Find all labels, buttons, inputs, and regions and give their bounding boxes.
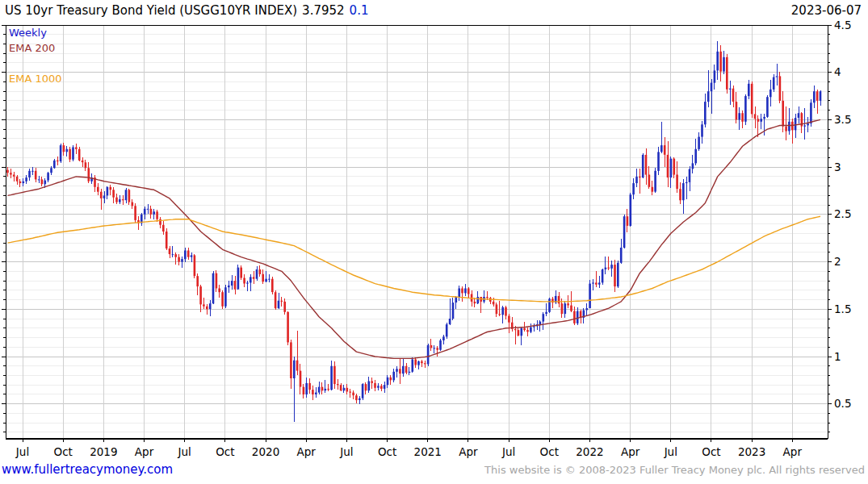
svg-text:2023: 2023 <box>738 445 765 458</box>
svg-text:2021: 2021 <box>414 445 442 458</box>
chart-window: US 10yr Treasury Bond Yield (USGG10YR IN… <box>0 0 868 484</box>
svg-text:Oct: Oct <box>54 445 73 458</box>
svg-text:3: 3 <box>834 161 841 173</box>
svg-text:2.5: 2.5 <box>834 207 851 220</box>
svg-text:Apr: Apr <box>459 445 478 458</box>
svg-text:Jul: Jul <box>178 445 191 458</box>
svg-text:Jul: Jul <box>15 445 29 458</box>
title-bar: US 10yr Treasury Bond Yield (USGG10YR IN… <box>0 0 868 23</box>
svg-text:Apr: Apr <box>621 445 640 458</box>
instrument-name: US 10yr Treasury Bond Yield (USGG10YR IN… <box>5 3 297 18</box>
svg-text:Jul: Jul <box>664 445 677 458</box>
price-chart-svg: 0.511.522.533.544.5JulOct2019AprJulOct20… <box>0 0 868 484</box>
svg-text:1.5: 1.5 <box>834 302 851 315</box>
fullertreacymoney-link[interactable]: www.fullertreacymoney.com <box>2 462 173 477</box>
svg-text:Apr: Apr <box>783 445 803 458</box>
svg-text:Apr: Apr <box>297 445 317 458</box>
svg-text:2020: 2020 <box>252 445 279 458</box>
svg-text:Apr: Apr <box>135 445 154 458</box>
svg-text:2022: 2022 <box>576 445 603 458</box>
svg-text:Oct: Oct <box>216 445 234 458</box>
svg-text:Jul: Jul <box>501 445 515 458</box>
price-change: 0.1 <box>350 3 369 18</box>
copyright-text: This website is © 2008-2023 Fuller Treac… <box>484 464 865 476</box>
price-chart-area: 0.511.522.533.544.5JulOct2019AprJulOct20… <box>0 0 868 484</box>
legend-ema-200: EMA 200 <box>9 42 55 54</box>
chart-date: 2023-06-07 <box>791 3 862 18</box>
svg-text:Oct: Oct <box>378 445 396 458</box>
svg-text:1: 1 <box>834 350 841 363</box>
svg-text:Oct: Oct <box>702 445 720 458</box>
chart-title: US 10yr Treasury Bond Yield (USGG10YR IN… <box>5 3 368 18</box>
svg-text:2: 2 <box>834 255 841 268</box>
legend-ema-1000: EMA 1000 <box>9 73 62 85</box>
svg-text:Oct: Oct <box>540 445 559 458</box>
last-price: 3.7952 <box>302 3 345 18</box>
svg-text:4: 4 <box>834 65 841 78</box>
svg-text:0.5: 0.5 <box>834 397 851 410</box>
svg-text:Jul: Jul <box>339 445 353 458</box>
svg-text:2019: 2019 <box>90 445 117 458</box>
legend-weekly: Weekly <box>9 27 47 39</box>
svg-text:3.5: 3.5 <box>834 113 851 126</box>
